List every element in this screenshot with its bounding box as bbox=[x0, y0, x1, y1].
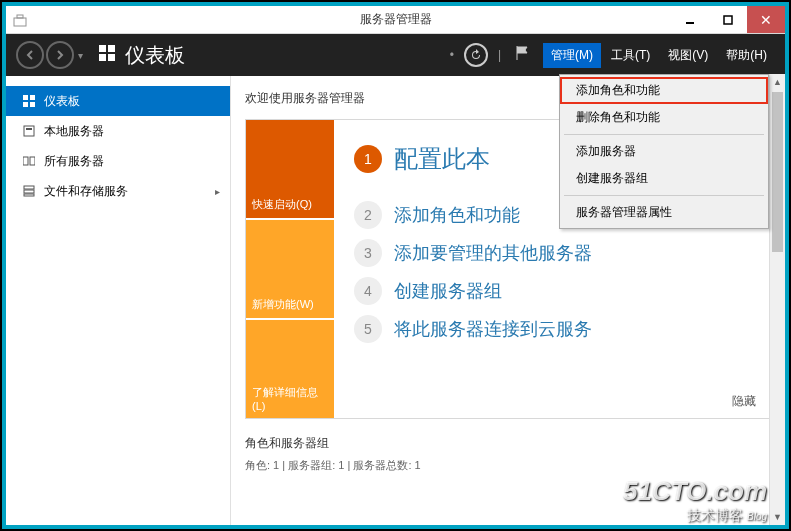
dropdown-separator bbox=[564, 134, 764, 135]
step-create-group[interactable]: 创建服务器组 bbox=[394, 279, 502, 303]
sidebar-item-file-storage[interactable]: 文件和存储服务 ▸ bbox=[6, 176, 230, 206]
tab-learn-more[interactable]: 了解详细信息(L) bbox=[246, 320, 334, 418]
scroll-thumb[interactable] bbox=[772, 92, 783, 252]
hide-link[interactable]: 隐藏 bbox=[732, 393, 756, 410]
svg-rect-14 bbox=[23, 157, 28, 165]
title-bar: 服务器管理器 ✕ bbox=[6, 6, 785, 34]
svg-rect-13 bbox=[26, 128, 32, 130]
svg-rect-1 bbox=[17, 15, 23, 18]
scroll-down-icon[interactable]: ▼ bbox=[770, 509, 785, 525]
chevron-right-icon: ▸ bbox=[215, 186, 220, 197]
server-icon bbox=[22, 124, 36, 138]
svg-rect-10 bbox=[23, 102, 28, 107]
app-icon bbox=[12, 12, 28, 28]
sidebar-item-local-server[interactable]: 本地服务器 bbox=[6, 116, 230, 146]
dropdown-add-server[interactable]: 添加服务器 bbox=[560, 138, 768, 165]
dashboard-icon bbox=[97, 43, 117, 68]
page-title: 仪表板 bbox=[125, 42, 185, 69]
scroll-up-icon[interactable]: ▲ bbox=[770, 74, 785, 90]
close-button[interactable]: ✕ bbox=[747, 6, 785, 33]
manage-dropdown: 添加角色和功能 删除角色和功能 添加服务器 创建服务器组 服务器管理器属性 bbox=[559, 74, 769, 229]
step-add-servers[interactable]: 添加要管理的其他服务器 bbox=[394, 241, 592, 265]
dashboard-small-icon bbox=[22, 94, 36, 108]
groups-subtitle: 角色: 1 | 服务器组: 1 | 服务器总数: 1 bbox=[245, 458, 771, 473]
sidebar-item-all-servers[interactable]: 所有服务器 bbox=[6, 146, 230, 176]
nav-dropdown-icon[interactable]: ▾ bbox=[78, 50, 83, 61]
back-button[interactable] bbox=[16, 41, 44, 69]
tab-label: 新增功能(W) bbox=[252, 297, 314, 312]
sidebar-item-label: 所有服务器 bbox=[44, 153, 104, 170]
step-connect-cloud[interactable]: 将此服务器连接到云服务 bbox=[394, 317, 592, 341]
step-number: 5 bbox=[354, 315, 382, 343]
scrollbar[interactable]: ▲ ▼ bbox=[769, 74, 785, 525]
tab-label: 了解详细信息(L) bbox=[252, 385, 328, 412]
groups-heading: 角色和服务器组 bbox=[245, 435, 771, 452]
step-configure-server[interactable]: 配置此本 bbox=[394, 143, 490, 175]
tab-quick-start[interactable]: 快速启动(Q) bbox=[246, 120, 334, 218]
sidebar-item-label: 本地服务器 bbox=[44, 123, 104, 140]
dropdown-properties[interactable]: 服务器管理器属性 bbox=[560, 199, 768, 226]
header-separator-2: | bbox=[498, 48, 501, 62]
svg-rect-3 bbox=[724, 16, 732, 24]
svg-rect-8 bbox=[23, 95, 28, 100]
step-add-roles[interactable]: 添加角色和功能 bbox=[394, 203, 520, 227]
sidebar-item-label: 仪表板 bbox=[44, 93, 80, 110]
svg-rect-4 bbox=[99, 45, 106, 52]
svg-rect-17 bbox=[24, 190, 34, 193]
minimize-button[interactable] bbox=[671, 6, 709, 33]
tab-whats-new[interactable]: 新增功能(W) bbox=[246, 220, 334, 318]
step-number: 2 bbox=[354, 201, 382, 229]
svg-rect-16 bbox=[24, 186, 34, 189]
storage-icon bbox=[22, 184, 36, 198]
svg-rect-5 bbox=[108, 45, 115, 52]
step-number: 3 bbox=[354, 239, 382, 267]
svg-rect-11 bbox=[30, 102, 35, 107]
servers-icon bbox=[22, 154, 36, 168]
menu-manage[interactable]: 管理(M) bbox=[543, 43, 601, 68]
window-title: 服务器管理器 bbox=[360, 11, 432, 28]
svg-rect-15 bbox=[30, 157, 35, 165]
menu-tools[interactable]: 工具(T) bbox=[603, 43, 658, 68]
sidebar-item-label: 文件和存储服务 bbox=[44, 183, 128, 200]
forward-button[interactable] bbox=[46, 41, 74, 69]
tab-label: 快速启动(Q) bbox=[252, 197, 312, 212]
dropdown-add-roles[interactable]: 添加角色和功能 bbox=[560, 77, 768, 104]
svg-rect-9 bbox=[30, 95, 35, 100]
svg-rect-18 bbox=[24, 194, 34, 196]
step-number: 1 bbox=[354, 145, 382, 173]
step-number: 4 bbox=[354, 277, 382, 305]
dropdown-remove-roles[interactable]: 删除角色和功能 bbox=[560, 104, 768, 131]
maximize-button[interactable] bbox=[709, 6, 747, 33]
menu-view[interactable]: 视图(V) bbox=[660, 43, 716, 68]
menu-help[interactable]: 帮助(H) bbox=[718, 43, 775, 68]
flag-icon[interactable] bbox=[515, 45, 529, 65]
svg-rect-6 bbox=[99, 54, 106, 61]
header-bar: ▾ 仪表板 • | 管理(M) 工具(T) 视图(V) 帮助(H) bbox=[6, 34, 785, 76]
sidebar-item-dashboard[interactable]: 仪表板 bbox=[6, 86, 230, 116]
dropdown-separator bbox=[564, 195, 764, 196]
refresh-button[interactable] bbox=[464, 43, 488, 67]
sidebar: 仪表板 本地服务器 所有服务器 文件和存储服务 ▸ bbox=[6, 76, 231, 525]
svg-rect-0 bbox=[14, 18, 26, 26]
header-separator: • bbox=[450, 48, 454, 62]
dropdown-create-group[interactable]: 创建服务器组 bbox=[560, 165, 768, 192]
svg-rect-12 bbox=[24, 126, 34, 136]
svg-rect-7 bbox=[108, 54, 115, 61]
